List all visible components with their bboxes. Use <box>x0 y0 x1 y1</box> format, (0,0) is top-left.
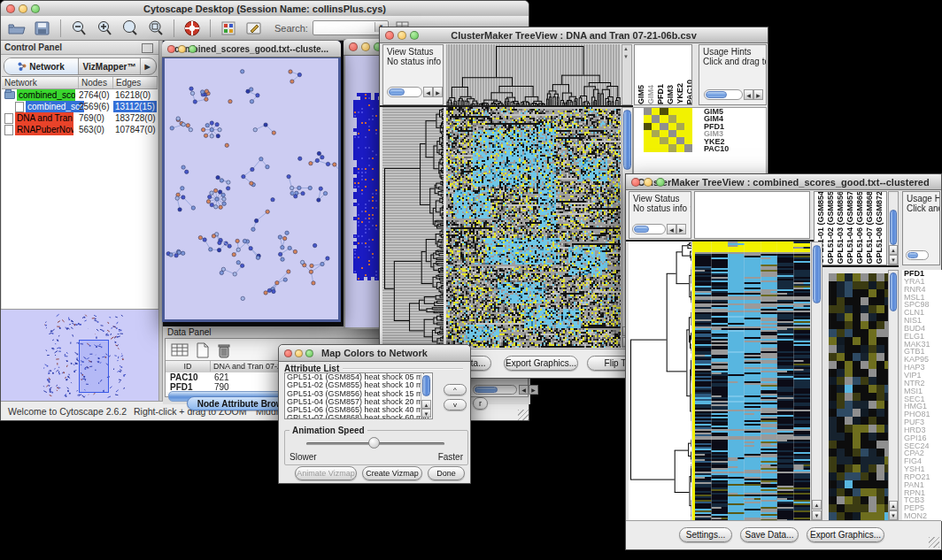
zoom-button[interactable] <box>31 4 40 13</box>
dialog-titlebar[interactable]: Map Colors to Network <box>279 345 470 362</box>
heatmap-cell[interactable] <box>668 137 676 144</box>
resize-grip[interactable] <box>929 537 939 548</box>
close-button[interactable] <box>167 45 175 53</box>
heatmap-cell[interactable] <box>668 115 676 122</box>
settings-button[interactable]: Settings... <box>679 527 732 542</box>
tv2-right-divider[interactable] <box>814 265 899 267</box>
tv2-collabel-vscrollbar[interactable]: ▲ ▼ <box>888 191 899 265</box>
heatmap-cell[interactable] <box>668 130 676 137</box>
minimize-button[interactable] <box>361 42 370 51</box>
heatmap-cell[interactable] <box>684 137 692 144</box>
resize-grip[interactable] <box>518 410 529 420</box>
tv1-global-heatmap[interactable] <box>446 107 621 348</box>
network-navigator[interactable] <box>1 309 158 402</box>
network-graph-canvas[interactable] <box>165 58 338 319</box>
heatmap-cell[interactable] <box>644 130 652 137</box>
scroll-left-icon[interactable]: ◀ <box>667 224 676 234</box>
open-file-icon[interactable] <box>6 19 27 38</box>
scroll-left-icon[interactable]: ◀ <box>423 87 433 97</box>
scroll-down-icon[interactable]: ▼ <box>889 255 898 265</box>
heatmap-cell[interactable] <box>676 130 684 137</box>
animate-vizmap-button[interactable]: Animate Vizmap <box>295 466 357 480</box>
tv1-mini-scroll-strip[interactable]: ▲ ▼ <box>622 44 632 105</box>
close-button[interactable] <box>631 178 640 187</box>
heatmap-cell[interactable] <box>676 115 684 122</box>
heatmap-cell[interactable] <box>660 130 668 137</box>
heatmap-cell[interactable] <box>652 115 660 122</box>
tv2-zoom-heatmap[interactable] <box>829 273 888 521</box>
heatmap-cell[interactable] <box>660 144 668 151</box>
scroll-down-icon[interactable]: ▼ <box>623 54 629 59</box>
table-grid-icon[interactable] <box>169 341 190 360</box>
close-button[interactable] <box>349 42 358 51</box>
zoom-button[interactable] <box>305 349 313 357</box>
network-view-1[interactable] <box>165 58 338 319</box>
minimize-button[interactable] <box>178 45 186 53</box>
col-network[interactable]: Network <box>2 77 79 88</box>
tv1-column-dendrogram[interactable] <box>446 44 621 105</box>
minimize-button[interactable] <box>644 178 652 187</box>
tv2-row-dendrogram[interactable] <box>629 242 691 521</box>
move-down-button[interactable]: v <box>444 399 467 410</box>
zoom-fit-icon[interactable] <box>145 19 166 38</box>
scroll-right-icon[interactable]: ▶ <box>753 89 763 100</box>
heatmap-cell[interactable] <box>644 115 652 122</box>
data-panel-small-hscrollbar[interactable] <box>473 385 517 395</box>
heatmap-cell[interactable] <box>644 108 652 115</box>
network-tree-row[interactable]: DNA and Tran 07769(0)183728(0) <box>2 112 158 124</box>
tv1-status-hscrollbar[interactable] <box>387 87 422 97</box>
tv2-zoomlabel-vscrollbar[interactable]: ▲ ▼ <box>888 270 899 521</box>
partial-button[interactable]: r <box>473 397 488 410</box>
tab-network[interactable]: Network <box>4 58 79 74</box>
heatmap-cell[interactable] <box>644 144 652 151</box>
main-titlebar[interactable]: Cytoscape Desktop (Session Name: collins… <box>1 1 529 17</box>
attribute-list[interactable]: GPL51-01 (GSM854) heat shock 05 minGPL51… <box>284 372 433 419</box>
close-button[interactable] <box>385 31 394 40</box>
col-edges[interactable]: Edges <box>113 77 158 88</box>
heatmap-cell[interactable] <box>668 123 676 130</box>
scroll-up-icon[interactable]: ▲ <box>421 400 431 409</box>
save-data-button[interactable]: Save Data... <box>740 527 799 542</box>
zoom-out-icon[interactable] <box>68 19 89 38</box>
vizmapper-icon[interactable] <box>218 19 239 38</box>
scroll-down-icon[interactable]: ▼ <box>889 510 898 520</box>
slider-thumb[interactable] <box>368 437 380 449</box>
float-panel-icon[interactable] <box>142 43 153 53</box>
heatmap-cell[interactable] <box>676 108 684 115</box>
export-graphics-button[interactable]: Export Graphics... <box>807 527 884 542</box>
heatmap-cell[interactable] <box>652 108 660 115</box>
tv2-column-dendrogram-area[interactable] <box>694 191 810 239</box>
id-column-header[interactable]: ID <box>166 361 211 372</box>
scroll-left-icon[interactable]: ◀ <box>744 89 753 100</box>
scroll-down-icon[interactable]: ▼ <box>421 409 431 418</box>
tv1-titlebar[interactable]: ClusterMaker TreeView : DNA and Tran 07-… <box>380 27 768 43</box>
zoom-in-icon[interactable] <box>94 19 115 38</box>
scroll-left-icon[interactable]: ◀ <box>519 385 529 395</box>
tv2-titlebar[interactable]: ClusterMaker TreeView : combined_scores_… <box>626 174 941 190</box>
attribute-list-item[interactable]: GPL51-07 (GSM868) heat shock 60 min <box>285 414 432 419</box>
heatmap-cell[interactable] <box>652 144 660 151</box>
heatmap-cell[interactable] <box>676 137 684 144</box>
network-tree-row[interactable]: combined_sco2569(6)13112(15) <box>2 101 158 112</box>
navigator-viewport-rect[interactable] <box>79 340 109 393</box>
heatmap-cell[interactable] <box>676 123 684 130</box>
col-nodes[interactable]: Nodes <box>79 77 113 88</box>
speed-slider[interactable] <box>306 442 444 445</box>
scroll-right-icon[interactable]: ▶ <box>676 224 686 234</box>
attribute-list-vscrollbar[interactable]: ▲ ▼ <box>421 374 431 418</box>
heatmap-cell[interactable] <box>668 144 676 151</box>
tab-overflow-arrow[interactable]: ▶ <box>141 58 154 74</box>
heatmap-cell[interactable] <box>684 108 692 115</box>
tv2-status-hscrollbar[interactable] <box>632 224 666 234</box>
close-button[interactable] <box>284 349 292 357</box>
save-icon[interactable] <box>32 19 53 38</box>
tv2-main-heatmap[interactable] <box>695 242 810 521</box>
tv1-usage-hscrollbar[interactable] <box>704 89 743 100</box>
heatmap-cell[interactable] <box>652 123 660 130</box>
minimize-button[interactable] <box>398 31 406 40</box>
new-document-icon[interactable] <box>192 341 213 360</box>
heatmap-cell[interactable] <box>684 123 692 130</box>
zoom-selected-icon[interactable] <box>120 19 141 38</box>
heatmap-cell[interactable] <box>684 130 692 137</box>
heatmap-cell[interactable] <box>660 123 668 130</box>
